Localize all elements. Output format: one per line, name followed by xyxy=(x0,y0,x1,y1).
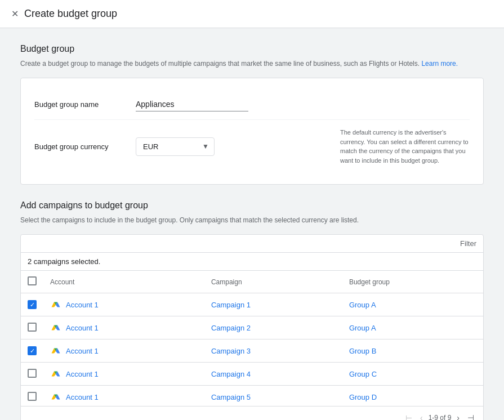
row-checkbox-cell xyxy=(21,293,43,316)
row-budget-group: Group C xyxy=(342,363,483,386)
row-budget-group: Group B xyxy=(342,339,483,363)
google-ads-icon xyxy=(50,391,61,403)
row-budget-group: Group A xyxy=(342,316,483,339)
pagination-next-button[interactable]: › xyxy=(454,412,462,420)
campaign-name[interactable]: Campaign 2 xyxy=(211,324,251,332)
row-checkbox[interactable] xyxy=(28,392,37,401)
budget-group-section-title: Budget group xyxy=(20,44,484,54)
budget-group-name-input[interactable] xyxy=(136,97,248,111)
google-ads-icon xyxy=(50,345,61,356)
selected-count-label: 2 campaigns selected. xyxy=(21,253,483,271)
budget-group-name[interactable]: Group B xyxy=(349,347,376,355)
row-budget-group: Group A xyxy=(342,293,483,316)
currency-hint: The default currency is the advertiser's… xyxy=(340,128,470,165)
budget-group-currency-label: Budget group currency xyxy=(34,142,136,151)
budget-group-name[interactable]: Group D xyxy=(349,393,377,401)
row-checkbox[interactable] xyxy=(28,323,37,332)
table-row: Account 1 Campaign 4Group C xyxy=(21,363,483,386)
row-budget-group: Group D xyxy=(342,386,483,406)
budget-group-name[interactable]: Group A xyxy=(349,324,376,332)
budget-group-name[interactable]: Group C xyxy=(349,370,377,378)
row-account: Account 1 xyxy=(43,293,204,316)
budget-group-currency-control: EUR USD GBP JPY AUD ▼ xyxy=(136,137,327,156)
account-name[interactable]: Account 1 xyxy=(66,370,99,378)
budget-group-section-desc: Create a budget group to manage the budg… xyxy=(20,59,484,69)
google-ads-icon xyxy=(50,299,61,310)
table-row: Account 1 Campaign 2Group A xyxy=(21,316,483,339)
row-campaign: Campaign 1 xyxy=(204,293,342,316)
campaigns-table: Account Campaign Budget group Account 1 xyxy=(21,271,483,406)
table-row: Account 1 Campaign 1Group A xyxy=(21,293,483,316)
row-checkbox-cell xyxy=(21,363,43,386)
campaigns-section-desc: Select the campaigns to include in the b… xyxy=(20,215,484,225)
pagination-first-button[interactable]: ⊢ xyxy=(403,412,414,420)
main-content: Budget group Create a budget group to ma… xyxy=(0,28,504,420)
budget-group-name-row: Budget group name xyxy=(34,90,470,119)
row-campaign: Campaign 5 xyxy=(204,386,342,406)
page-header: ✕ Create budget group xyxy=(0,0,504,28)
google-ads-icon xyxy=(50,368,61,379)
row-checkbox-cell xyxy=(21,386,43,406)
row-campaign: Campaign 3 xyxy=(204,339,342,363)
header-checkbox[interactable] xyxy=(28,276,37,285)
col-header-account: Account xyxy=(43,271,204,293)
row-campaign: Campaign 2 xyxy=(204,316,342,339)
budget-group-card: Budget group name Budget group currency … xyxy=(20,78,484,185)
budget-group-currency-row: Budget group currency EUR USD GBP JPY AU… xyxy=(34,119,470,173)
campaigns-section-title: Add campaigns to budget group xyxy=(20,200,484,211)
pagination-prev-button[interactable]: ‹ xyxy=(418,412,425,420)
row-account: Account 1 xyxy=(43,363,204,386)
table-row: Account 1 Campaign 5Group D xyxy=(21,386,483,406)
campaign-name[interactable]: Campaign 4 xyxy=(211,370,251,378)
row-account: Account 1 xyxy=(43,316,204,339)
account-name[interactable]: Account 1 xyxy=(66,347,99,355)
currency-select-wrapper: EUR USD GBP JPY AUD ▼ xyxy=(136,137,215,156)
budget-group-name[interactable]: Group A xyxy=(349,301,376,309)
col-header-budget-group: Budget group xyxy=(342,271,483,293)
account-name[interactable]: Account 1 xyxy=(66,393,99,401)
row-checkbox-cell xyxy=(21,339,43,363)
table-header-row: Account Campaign Budget group xyxy=(21,271,483,293)
campaigns-table-container: Filter 2 campaigns selected. Account Cam… xyxy=(20,234,484,420)
col-header-campaign: Campaign xyxy=(204,271,342,293)
campaign-name[interactable]: Campaign 1 xyxy=(211,301,251,309)
filter-bar: Filter xyxy=(21,235,483,253)
budget-group-name-control xyxy=(136,97,470,111)
currency-select[interactable]: EUR USD GBP JPY AUD xyxy=(136,137,215,156)
campaigns-table-scroll[interactable]: Account Campaign Budget group Account 1 xyxy=(21,271,483,406)
pagination-last-button[interactable]: ⊣ xyxy=(465,412,476,420)
pagination-info: 1-9 of 9 xyxy=(429,414,452,420)
campaign-name[interactable]: Campaign 5 xyxy=(211,393,251,401)
budget-group-name-label: Budget group name xyxy=(34,100,136,109)
table-row: Account 1 Campaign 3Group B xyxy=(21,339,483,363)
account-name[interactable]: Account 1 xyxy=(66,324,99,332)
filter-button[interactable]: Filter xyxy=(460,239,476,248)
row-checkbox-cell xyxy=(21,316,43,339)
row-checkbox[interactable] xyxy=(28,300,37,309)
row-checkbox[interactable] xyxy=(28,369,37,378)
row-campaign: Campaign 4 xyxy=(204,363,342,386)
campaign-name[interactable]: Campaign 3 xyxy=(211,347,251,355)
close-icon[interactable]: ✕ xyxy=(11,10,19,19)
row-account: Account 1 xyxy=(43,386,204,406)
pagination-bar: ⊢ ‹ 1-9 of 9 › ⊣ xyxy=(21,406,483,420)
learn-more-link[interactable]: Learn more. xyxy=(421,60,458,68)
page-title: Create budget group xyxy=(24,8,117,20)
google-ads-icon xyxy=(50,322,61,333)
col-header-checkbox xyxy=(21,271,43,293)
row-account: Account 1 xyxy=(43,339,204,363)
account-name[interactable]: Account 1 xyxy=(66,301,99,309)
row-checkbox[interactable] xyxy=(28,346,37,355)
